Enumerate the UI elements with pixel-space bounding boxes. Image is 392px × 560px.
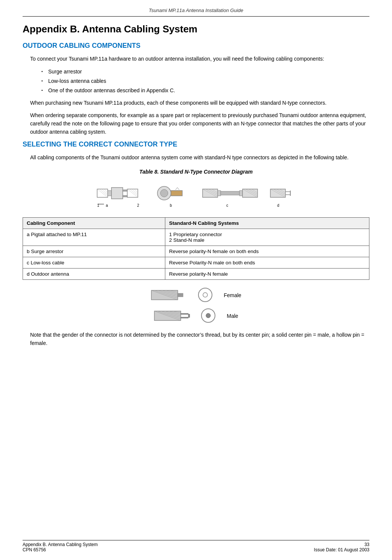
svg-point-68 [206, 313, 210, 318]
table-cell-systems: Reverse Polarity-N male on both ends [165, 257, 369, 269]
svg-line-15 [130, 189, 138, 196]
table-row: d Outdoor antenna Reverse polarity-N fem… [23, 269, 369, 280]
connector-intro: All cabling components of the Tsunami ou… [30, 154, 369, 162]
section-title-outdoor: OUTDOOR CABLING COMPONENTS [23, 42, 369, 50]
svg-line-13 [104, 189, 108, 193]
connector-c-svg: c [202, 182, 258, 207]
svg-rect-27 [239, 191, 243, 196]
table-header-component: Cabling Component [23, 218, 165, 229]
male-connector-svg [154, 307, 221, 324]
footer-right: 33 Issue Date: 01 August 2003 [314, 542, 369, 552]
svg-rect-58 [181, 313, 188, 314]
connector-d: d [270, 182, 296, 207]
connector-c: c [202, 182, 258, 207]
table-cell-systems: Reverse polarity-N female on both ends [165, 246, 369, 257]
svg-line-17 [134, 189, 138, 193]
footer-left: Appendix B. Antenna Cabling System CPN 6… [23, 542, 98, 552]
footer-issue-date: Issue Date: 01 August 2003 [314, 547, 369, 552]
svg-point-19 [160, 189, 168, 197]
svg-line-10 [97, 189, 108, 197]
svg-rect-54 [178, 293, 183, 297]
svg-line-11 [99, 189, 108, 196]
list-item: Low-loss antenna cables [41, 77, 369, 85]
svg-line-14 [127, 189, 138, 197]
svg-rect-3 [123, 190, 127, 191]
table-row: c Low-loss cable Reverse Polarity-N male… [23, 257, 369, 269]
male-label: Male [227, 313, 238, 319]
table-cell-systems: Reverse polarity-N female [165, 269, 369, 280]
svg-rect-4 [123, 195, 127, 197]
table-cell-component: d Outdoor antenna [23, 269, 165, 280]
svg-rect-60 [188, 314, 190, 317]
list-item: One of the outdoor antennas described in… [41, 87, 369, 95]
female-row: Female [151, 287, 241, 304]
list-item: Surge arrestor [41, 68, 369, 76]
section-title-connector: SELECTING THE CORRECT CONNECTOR TYPE [23, 140, 369, 148]
connector-diagram: 1 a 2 b [23, 179, 369, 211]
connector-table: Cabling Component Standard-N Cabling Sys… [23, 217, 369, 280]
table-caption: Table 8. Standard N-Type Connector Diagr… [23, 169, 369, 175]
svg-point-56 [203, 293, 207, 297]
svg-rect-59 [181, 317, 188, 318]
page-footer: Appendix B. Antenna Cabling System CPN 6… [23, 540, 369, 552]
table-cell-component: b Surge arrestor [23, 246, 165, 257]
connector-b-svg: b [157, 182, 191, 207]
female-label: Female [224, 292, 241, 298]
svg-text:b: b [170, 203, 172, 207]
connector-a: 1 a 2 [96, 182, 145, 207]
svg-text:c: c [226, 203, 228, 207]
svg-rect-26 [221, 191, 239, 195]
outdoor-intro: To connect your Tsunami MP.11a hardware … [30, 55, 369, 63]
outdoor-para2: When ordering separate components, for e… [30, 111, 369, 136]
svg-text:d: d [277, 203, 279, 207]
outdoor-para1: When purchasing new Tsunami MP.11a produ… [30, 99, 369, 107]
table-cell-component: a Pigtail attached to MP.11 [23, 229, 165, 246]
gender-diagram: Female Male [23, 287, 369, 324]
svg-rect-2 [111, 188, 123, 199]
appendix-title: Appendix B. Antenna Cabling System [23, 23, 369, 35]
closing-text: Note that the gender of the connector is… [30, 331, 369, 347]
table-cell-systems: 1 Proprietary connector 2 Stand-N male [165, 229, 369, 246]
male-row: Male [154, 307, 238, 324]
svg-text:2: 2 [137, 203, 139, 207]
page-header: Tsunami MP.11a Antenna Installation Guid… [23, 8, 369, 17]
svg-rect-1 [108, 191, 111, 196]
outdoor-bullet-list: Surge arrestor Low-loss antenna cables O… [41, 68, 369, 95]
table-row: a Pigtail attached to MP.11 1 Proprietar… [23, 229, 369, 246]
table-row: b Surge arrestor Reverse polarity-N fema… [23, 246, 369, 257]
connector-a-svg: 1 a 2 [96, 182, 145, 207]
footer-appendix: Appendix B. Antenna Cabling System [23, 542, 98, 547]
svg-text:a: a [106, 203, 108, 207]
connector-b: b [157, 182, 191, 207]
table-cell-component: c Low-loss cable [23, 257, 165, 269]
connector-d-svg: d [270, 182, 296, 207]
footer-cpn: CPN 65756 [23, 547, 98, 552]
svg-line-22 [177, 188, 179, 190]
header-title: Tsunami MP.11a Antenna Installation Guid… [149, 8, 243, 13]
female-connector-svg [151, 287, 218, 304]
svg-point-55 [198, 288, 212, 302]
svg-text:1: 1 [97, 203, 99, 207]
footer-page-number: 33 [314, 542, 369, 547]
svg-rect-25 [218, 191, 221, 196]
table-header-systems: Standard-N Cabling Systems [165, 218, 369, 229]
svg-line-21 [175, 188, 177, 190]
svg-rect-20 [171, 191, 182, 196]
